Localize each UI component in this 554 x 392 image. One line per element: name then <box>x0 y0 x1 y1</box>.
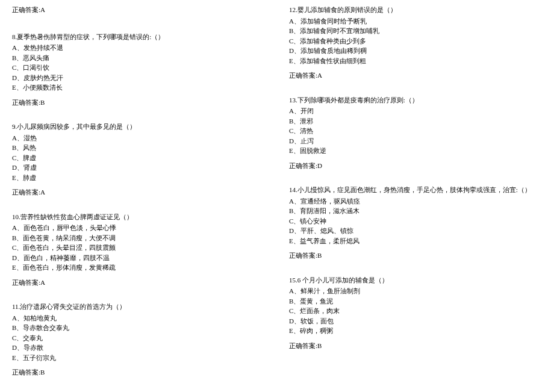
question-option: D、面色白，精神萎靡，四肢不温 <box>12 253 265 263</box>
question-option: C、烂面条，肉末 <box>289 306 542 316</box>
question-option: B、添加辅食同时不宜增加哺乳 <box>289 26 542 36</box>
orphan-answer: 正确答案:A <box>12 5 265 15</box>
question-answer: 正确答案:D <box>289 161 542 171</box>
question-option: C、脾虚 <box>12 153 265 163</box>
question-option: D、软饭，面包 <box>289 316 542 326</box>
question-block: 9.小儿尿频病因较多，其中最多见的是（） A、湿热 B、风热 C、脾虚 D、肾虚… <box>12 122 265 198</box>
question-option: A、鲜果汁，鱼肝油制剂 <box>289 286 542 296</box>
question-answer: 正确答案:B <box>12 98 265 108</box>
question-option: A、湿热 <box>12 133 265 143</box>
question-block: 13.下列除哪项外都是疫毒痢的治疗原则:（） A、开闭 B、泄邪 C、清热 D、… <box>289 95 542 171</box>
question-option: A、添加辅食同时给予断乳 <box>289 16 542 26</box>
question-option: C、添加辅食种类由少到多 <box>289 36 542 46</box>
question-answer: 正确答案:B <box>289 250 542 261</box>
question-option: A、面色苍白，唇甲色淡，头晕心悸 <box>12 223 265 233</box>
question-option: E、益气养血，柔肝熄风 <box>289 236 542 246</box>
question-block: 15.6 个月小儿可添加的辅食是（） A、鲜果汁，鱼肝油制剂 B、蛋黄，鱼泥 C… <box>289 275 542 351</box>
question-option: D、止泻 <box>289 136 542 146</box>
question-option: B、导赤散合交泰丸 <box>12 323 265 333</box>
left-column: 正确答案:A 8.夏季热暑伤肺胃型的症状，下列哪项是错误的:（） A、发热持续不… <box>0 0 277 392</box>
question-option: D、导赤散 <box>12 343 265 353</box>
question-option: A、宣通经络，驱风镇痉 <box>289 196 542 207</box>
question-answer: 正确答案:A <box>12 187 265 198</box>
question-option: B、风热 <box>12 143 265 153</box>
question-option: C、面色苍白，头晕目涩，四肢震颤 <box>12 243 265 253</box>
question-option: E、固脱救逆 <box>289 146 542 156</box>
question-option: D、平肝、熄风、镇惊 <box>289 226 542 236</box>
question-option: B、恶风头痛 <box>12 53 265 63</box>
question-option: E、碎肉，稠粥 <box>289 326 542 336</box>
question-answer: 正确答案:B <box>12 367 265 378</box>
question-option: E、五子衍宗丸 <box>12 353 265 363</box>
question-answer: 正确答案:A <box>289 70 542 81</box>
question-option: D、肾虚 <box>12 163 265 173</box>
question-stem: 8.夏季热暑伤肺胃型的症状，下列哪项是错误的:（） <box>12 32 265 42</box>
question-option: A、知柏地黄丸 <box>12 313 265 323</box>
question-option: E、面色苍白，形体消瘦，发黄稀疏 <box>12 263 265 273</box>
right-column: 12.婴儿添加辅食的原则错误的是（） A、添加辅食同时给予断乳 B、添加辅食同时… <box>277 0 554 392</box>
question-answer: 正确答案:B <box>289 341 542 351</box>
question-option: D、添加辅食质地由稀到稠 <box>289 46 542 56</box>
question-option: A、发热持续不退 <box>12 43 265 53</box>
page: 正确答案:A 8.夏季热暑伤肺胃型的症状，下列哪项是错误的:（） A、发热持续不… <box>0 0 554 392</box>
question-stem: 14.小儿慢惊风，症见面色潮红，身热消瘦，手足心热，肢体拘挛或强直，治宜:（） <box>289 185 542 195</box>
question-block: 8.夏季热暑伤肺胃型的症状，下列哪项是错误的:（） A、发热持续不退 B、恶风头… <box>12 32 265 108</box>
question-stem: 12.婴儿添加辅食的原则错误的是（） <box>289 5 542 15</box>
question-option: C、交泰丸 <box>12 333 265 343</box>
question-block: 10.营养性缺铁性贫血心脾两虚证证见（） A、面色苍白，唇甲色淡，头晕心悸 B、… <box>12 212 265 288</box>
question-stem: 11.治疗遗尿心肾失交证的首选方为（） <box>12 302 265 312</box>
question-option: B、面色苍黄，纳呆消瘦，大便不调 <box>12 233 265 243</box>
question-stem: 13.下列除哪项外都是疫毒痢的治疗原则:（） <box>289 95 542 105</box>
question-option: B、育阴潜阳，滋水涵木 <box>289 206 542 216</box>
question-stem: 9.小儿尿频病因较多，其中最多见的是（） <box>12 122 265 132</box>
question-option: B、泄邪 <box>289 116 542 126</box>
question-option: C、镇心安神 <box>289 216 542 226</box>
question-answer: 正确答案:A <box>12 278 265 288</box>
question-stem: 10.营养性缺铁性贫血心脾两虚证证见（） <box>12 212 265 222</box>
question-option: C、口渴引饮 <box>12 63 265 73</box>
question-option: A、开闭 <box>289 106 542 116</box>
question-option: E、小便频数清长 <box>12 82 265 93</box>
question-option: E、添加辅食性状由细到粗 <box>289 56 542 66</box>
question-option: D、皮肤灼热无汗 <box>12 73 265 83</box>
question-block: 11.治疗遗尿心肾失交证的首选方为（） A、知柏地黄丸 B、导赤散合交泰丸 C、… <box>12 302 265 378</box>
question-block: 12.婴儿添加辅食的原则错误的是（） A、添加辅食同时给予断乳 B、添加辅食同时… <box>289 5 542 81</box>
question-block: 14.小儿慢惊风，症见面色潮红，身热消瘦，手足心热，肢体拘挛或强直，治宜:（） … <box>289 185 542 261</box>
question-stem: 15.6 个月小儿可添加的辅食是（） <box>289 275 542 285</box>
question-option: B、蛋黄，鱼泥 <box>289 296 542 306</box>
question-option: C、清热 <box>289 126 542 136</box>
question-option: E、肺虚 <box>12 173 265 183</box>
